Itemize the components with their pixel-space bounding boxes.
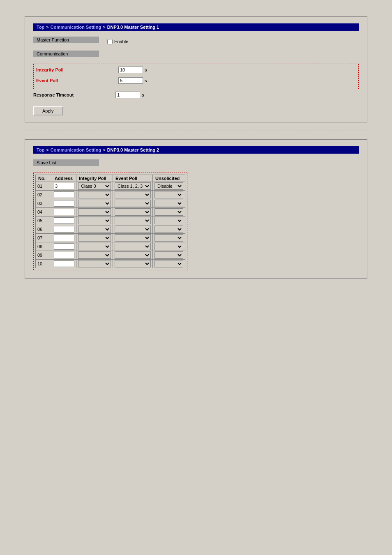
- breadcrumb-sep-2: >: [103, 25, 105, 30]
- row-03-address-input[interactable]: [54, 200, 74, 207]
- row-05-integrity-poll-select[interactable]: Class 0Class 1Class 2Class 3None: [78, 217, 111, 224]
- row-04-integrity-poll-select[interactable]: Class 0Class 1Class 2Class 3None: [78, 208, 111, 216]
- row-04-address-input[interactable]: [54, 209, 74, 215]
- row-02-event-poll-select[interactable]: Class 1, 2, 3Class 1Class 2Class 3None: [115, 191, 151, 198]
- row-04-unsolicited: DisableEnableNone: [153, 208, 185, 216]
- table-header-row: No. Address Integrity Poll Event Poll Un…: [36, 175, 185, 182]
- row-05-integrity-poll: Class 0Class 1Class 2Class 3None: [76, 216, 113, 225]
- row-02-unsolicited-select[interactable]: DisableEnableNone: [154, 191, 183, 198]
- table-row: 07 Class 0Class 1Class 2Class 3None Clas…: [36, 234, 185, 242]
- table-row: 01 Class 0 Class 1 Class 2 Class 3 None: [36, 182, 185, 191]
- row-09-integrity-poll-select[interactable]: Class 0Class 1Class 2Class 3None: [78, 251, 111, 259]
- row-01-event-poll: Class 1, 2, 3 Class 1 Class 2 Class 3 No…: [113, 182, 153, 191]
- row-10-event-poll-select[interactable]: Class 1, 2, 3Class 1Class 2Class 3None: [115, 260, 151, 267]
- apply-button[interactable]: Apply: [33, 106, 63, 115]
- row-05-event-poll-select[interactable]: Class 1, 2, 3Class 1Class 2Class 3None: [115, 217, 151, 224]
- breadcrumb-sep-1: >: [46, 25, 48, 30]
- panel2-breadcrumb-comm[interactable]: Communication Setting: [51, 147, 101, 152]
- enable-checkbox[interactable]: [107, 39, 113, 44]
- row-03-no: 03: [36, 199, 52, 208]
- event-poll-unit: s: [145, 78, 147, 83]
- panel1-breadcrumb-top[interactable]: Top: [37, 25, 44, 30]
- response-timeout-unit: s: [142, 92, 144, 97]
- row-07-unsolicited-select[interactable]: DisableEnableNone: [154, 234, 183, 242]
- row-10-integrity-poll-select[interactable]: Class 0Class 1Class 2Class 3None: [78, 260, 111, 267]
- row-07-event-poll-select[interactable]: Class 1, 2, 3Class 1Class 2Class 3None: [115, 234, 151, 242]
- row-09-unsolicited-select[interactable]: DisableEnableNone: [154, 251, 183, 259]
- row-01-unsolicited-select[interactable]: Disable Enable None: [154, 182, 183, 190]
- row-01-unsolicited: Disable Enable None: [153, 182, 185, 191]
- row-10-unsolicited: DisableEnableNone: [153, 260, 185, 268]
- row-09-unsolicited: DisableEnableNone: [153, 251, 185, 260]
- event-poll-input[interactable]: [118, 77, 143, 84]
- response-timeout-input[interactable]: [115, 92, 140, 98]
- table-row: 06 Class 0Class 1Class 2Class 3None Clas…: [36, 225, 185, 234]
- row-09-event-poll-select[interactable]: Class 1, 2, 3Class 1Class 2Class 3None: [115, 251, 151, 259]
- table-row: 04 Class 0Class 1Class 2Class 3None Clas…: [36, 208, 185, 216]
- table-row: 03 Class 0Class 1Class 2Class 3None Clas…: [36, 199, 185, 208]
- row-06-no: 06: [36, 225, 52, 234]
- row-01-no: 01: [36, 182, 52, 191]
- row-08-integrity-poll-select[interactable]: Class 0Class 1Class 2Class 3None: [78, 243, 111, 250]
- slave-table: No. Address Integrity Poll Event Poll Un…: [35, 175, 185, 268]
- row-06-unsolicited-select[interactable]: DisableEnableNone: [154, 226, 183, 233]
- row-07-integrity-poll-select[interactable]: Class 0Class 1Class 2Class 3None: [78, 234, 111, 242]
- integrity-poll-input-group: s: [118, 67, 147, 73]
- row-10-integrity-poll: Class 0Class 1Class 2Class 3None: [76, 260, 113, 268]
- row-03-unsolicited-select[interactable]: DisableEnableNone: [154, 200, 183, 207]
- row-01-integrity-poll-select[interactable]: Class 0 Class 1 Class 2 Class 3 None: [78, 182, 111, 190]
- row-05-address-input[interactable]: [54, 217, 74, 224]
- row-01-address: [52, 182, 76, 191]
- panel2-breadcrumb-current: DNP3.0 Master Setting 2: [107, 147, 159, 152]
- row-03-address: [52, 199, 76, 208]
- row-06-address: [52, 225, 76, 234]
- row-06-integrity-poll-select[interactable]: Class 0Class 1Class 2Class 3None: [78, 226, 111, 233]
- row-09-address-input[interactable]: [54, 252, 74, 258]
- row-05-unsolicited-select[interactable]: DisableEnableNone: [154, 217, 183, 224]
- row-03-event-poll-select[interactable]: Class 1, 2, 3Class 1Class 2Class 3None: [115, 200, 151, 207]
- panel2-breadcrumb-top[interactable]: Top: [37, 147, 44, 152]
- row-03-integrity-poll-select[interactable]: Class 0Class 1Class 2Class 3None: [78, 200, 111, 207]
- row-09-no: 09: [36, 251, 52, 260]
- row-07-address-input[interactable]: [54, 235, 74, 241]
- row-08-integrity-poll: Class 0Class 1Class 2Class 3None: [76, 242, 113, 251]
- row-02-address-input[interactable]: [54, 191, 74, 198]
- row-04-event-poll: Class 1, 2, 3Class 1Class 2Class 3None: [113, 208, 153, 216]
- row-10-address-input[interactable]: [54, 260, 74, 267]
- row-10-event-poll: Class 1, 2, 3Class 1Class 2Class 3None: [113, 260, 153, 268]
- row-04-unsolicited-select[interactable]: DisableEnableNone: [154, 208, 183, 216]
- row-06-event-poll: Class 1, 2, 3Class 1Class 2Class 3None: [113, 225, 153, 234]
- row-08-no: 08: [36, 242, 52, 251]
- row-06-integrity-poll: Class 0Class 1Class 2Class 3None: [76, 225, 113, 234]
- row-06-event-poll-select[interactable]: Class 1, 2, 3Class 1Class 2Class 3None: [115, 226, 151, 233]
- row-03-integrity-poll: Class 0Class 1Class 2Class 3None: [76, 199, 113, 208]
- main-container: Top > Communication Setting > DNP3.0 Mas…: [0, 0, 392, 303]
- col-integrity-poll: Integrity Poll: [76, 175, 113, 182]
- row-01-address-input[interactable]: [54, 183, 74, 189]
- enable-label[interactable]: Enable: [107, 39, 128, 44]
- integrity-poll-input[interactable]: [118, 67, 143, 73]
- row-04-event-poll-select[interactable]: Class 1, 2, 3Class 1Class 2Class 3None: [115, 208, 151, 216]
- row-08-unsolicited-select[interactable]: DisableEnableNone: [154, 243, 183, 250]
- table-row: 05 Class 0Class 1Class 2Class 3None Clas…: [36, 216, 185, 225]
- row-01-event-poll-select[interactable]: Class 1, 2, 3 Class 1 Class 2 Class 3 No…: [115, 182, 151, 190]
- table-row: 10 Class 0Class 1Class 2Class 3None Clas…: [36, 260, 185, 268]
- row-08-event-poll-select[interactable]: Class 1, 2, 3Class 1Class 2Class 3None: [115, 243, 151, 250]
- col-unsolicited: Unsolicited: [153, 175, 185, 182]
- response-timeout-label: Response Timeout: [33, 92, 115, 97]
- row-02-integrity-poll-select[interactable]: Class 0Class 1Class 2Class 3None: [78, 191, 111, 198]
- row-07-address: [52, 234, 76, 242]
- row-03-unsolicited: DisableEnableNone: [153, 199, 185, 208]
- row-02-address: [52, 191, 76, 199]
- event-poll-label: Event Poll: [36, 78, 118, 83]
- response-timeout-row: Response Timeout s: [33, 91, 359, 99]
- row-04-integrity-poll: Class 0Class 1Class 2Class 3None: [76, 208, 113, 216]
- panel1-breadcrumb-comm[interactable]: Communication Setting: [51, 25, 101, 30]
- row-06-address-input[interactable]: [54, 226, 74, 233]
- panel1-title-bar: Top > Communication Setting > DNP3.0 Mas…: [33, 23, 359, 31]
- row-08-address-input[interactable]: [54, 243, 74, 250]
- col-address: Address: [52, 175, 76, 182]
- row-07-no: 07: [36, 234, 52, 242]
- row-10-address: [52, 260, 76, 268]
- row-10-unsolicited-select[interactable]: DisableEnableNone: [154, 260, 183, 267]
